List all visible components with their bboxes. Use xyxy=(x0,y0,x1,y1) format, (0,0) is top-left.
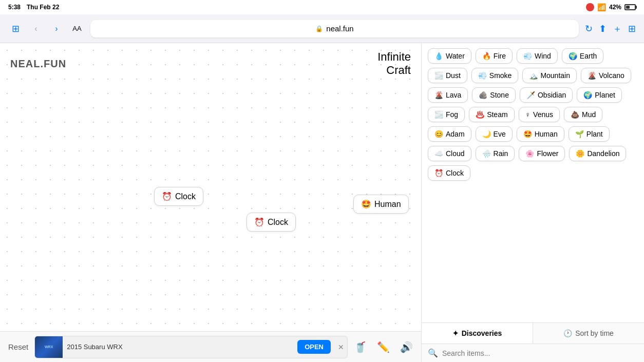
element-chip-cloud[interactable]: ☁️Cloud xyxy=(428,146,471,161)
element-emoji: 💨 xyxy=(478,71,487,80)
edit-icon[interactable]: ✏️ xyxy=(377,341,390,353)
element-emoji: ♀️ xyxy=(525,110,531,119)
element-chip-flower[interactable]: 🌸Flower xyxy=(519,146,565,161)
clock2-label: Clock xyxy=(268,218,288,227)
element-chip-obsidian[interactable]: 🗡️Obsidian xyxy=(520,87,573,103)
ad-banner: WRX 2015 Subaru WRX OPEN ✕ xyxy=(34,336,348,358)
tab-discoveries-label: Discoveries xyxy=(462,329,502,337)
element-chip-adam[interactable]: 😊Adam xyxy=(428,126,471,142)
search-bar: 🔍 xyxy=(422,344,644,362)
battery-icon xyxy=(624,4,636,10)
forward-button[interactable]: › xyxy=(49,22,64,36)
element-label: Human xyxy=(535,130,558,138)
element-chip-clock[interactable]: ⏰Clock xyxy=(428,165,470,181)
wifi-icon: 📶 xyxy=(597,3,606,11)
element-chip-wind[interactable]: 💨Wind xyxy=(517,48,558,64)
clock1-emoji: ⏰ xyxy=(162,192,172,201)
element-chip-steam[interactable]: ♨️Steam xyxy=(469,107,514,122)
tab-sort-label: Sort by time xyxy=(575,329,614,337)
element-chip-eve[interactable]: 🌙Eve xyxy=(476,126,513,142)
element-chip-stone[interactable]: 🪨Stone xyxy=(472,87,516,103)
element-emoji: ☁️ xyxy=(434,149,443,158)
craft-item-clock1[interactable]: ⏰ Clock xyxy=(154,187,203,206)
element-emoji: 🌧️ xyxy=(482,149,491,158)
tabs-button[interactable]: ⊞ xyxy=(628,23,636,34)
element-label: Lava xyxy=(446,91,461,99)
element-label: Mud xyxy=(582,110,596,119)
ad-image: WRX xyxy=(35,336,63,358)
element-chip-dandelion[interactable]: 🌼Dandelion xyxy=(569,146,626,161)
new-tab-button[interactable]: ＋ xyxy=(613,23,622,35)
record-icon xyxy=(586,3,594,11)
element-label: Earth xyxy=(580,52,597,60)
reset-button[interactable]: Reset xyxy=(8,342,28,351)
element-label: Adam xyxy=(446,130,465,138)
element-label: Mountain xyxy=(540,71,570,80)
element-chip-venus[interactable]: ♀️Venus xyxy=(519,107,560,122)
elements-grid: 💧Water🔥Fire💨Wind🌍Earth🌫️Dust💨Smoke🏔️Moun… xyxy=(422,43,644,322)
battery-label: 42% xyxy=(609,4,621,11)
ad-close-button[interactable]: ✕ xyxy=(335,343,347,351)
coffee-icon[interactable]: 🥤 xyxy=(354,341,367,353)
element-chip-lava[interactable]: 🌋Lava xyxy=(428,87,468,103)
address-bar[interactable]: 🔒 neal.fun xyxy=(90,20,579,37)
sidebar: 💧Water🔥Fire💨Wind🌍Earth🌫️Dust💨Smoke🏔️Moun… xyxy=(421,43,644,362)
element-label: Dust xyxy=(446,71,461,80)
element-label: Flower xyxy=(537,149,558,158)
craft-canvas xyxy=(0,43,421,331)
element-emoji: 💧 xyxy=(434,52,443,60)
status-date: Thu Feb 22 xyxy=(27,4,586,11)
sidebar-toggle-button[interactable]: ⊞ xyxy=(8,22,23,36)
ad-open-button[interactable]: OPEN xyxy=(297,340,331,354)
element-chip-fog[interactable]: 🌫️Fog xyxy=(428,107,465,122)
element-chip-volcano[interactable]: 🌋Volcano xyxy=(581,68,631,83)
craft-item-clock2[interactable]: ⏰ Clock xyxy=(247,213,296,232)
element-chip-water[interactable]: 💧Water xyxy=(428,48,471,64)
element-emoji: 🌍 xyxy=(583,91,592,99)
element-emoji: 🌙 xyxy=(482,130,491,138)
browser-actions: ↻ ⬆ ＋ ⊞ xyxy=(585,23,636,35)
element-chip-rain[interactable]: 🌧️Rain xyxy=(476,146,515,161)
aa-button[interactable]: AA xyxy=(70,22,84,36)
element-label: Dandelion xyxy=(587,149,619,158)
share-button[interactable]: ⬆ xyxy=(599,23,607,34)
element-chip-mountain[interactable]: 🏔️Mountain xyxy=(522,68,577,83)
human-label: Human xyxy=(374,200,401,209)
status-bar: 5:38 Thu Feb 22 📶 42% xyxy=(0,0,644,14)
clock1-label: Clock xyxy=(175,192,196,201)
element-chip-human[interactable]: 🤩Human xyxy=(517,126,564,142)
element-emoji: 🪨 xyxy=(479,91,487,99)
craft-item-human[interactable]: 🤩 Human xyxy=(353,195,409,214)
element-chip-mud[interactable]: 💩Mud xyxy=(564,107,602,122)
back-button[interactable]: ‹ xyxy=(29,22,43,36)
element-emoji: 🌋 xyxy=(588,71,596,80)
element-emoji: 🌫️ xyxy=(434,71,443,80)
element-chip-dust[interactable]: 🌫️Dust xyxy=(428,68,467,83)
search-input[interactable] xyxy=(442,349,638,357)
element-emoji: 🌸 xyxy=(525,149,534,158)
element-chip-smoke[interactable]: 💨Smoke xyxy=(471,68,519,83)
reload-button[interactable]: ↻ xyxy=(585,23,593,34)
bottom-icons: 🥤 ✏️ 🔊 xyxy=(354,341,413,353)
element-label: Eve xyxy=(494,130,506,138)
element-chip-plant[interactable]: 🌱Plant xyxy=(569,126,610,142)
browser-chrome: ⊞ ‹ › AA 🔒 neal.fun ↻ ⬆ ＋ ⊞ xyxy=(0,14,644,43)
element-emoji: 😊 xyxy=(434,130,443,138)
element-emoji: 🌍 xyxy=(569,52,577,60)
element-chip-planet[interactable]: 🌍Planet xyxy=(577,87,622,103)
element-emoji: 🌫️ xyxy=(434,110,443,119)
element-chip-earth[interactable]: 🌍Earth xyxy=(562,48,603,64)
lock-icon: 🔒 xyxy=(315,25,323,32)
volume-icon[interactable]: 🔊 xyxy=(400,341,413,353)
element-label: Fog xyxy=(446,110,458,119)
element-label: Rain xyxy=(494,149,508,158)
tab-discoveries[interactable]: ✦ Discoveries xyxy=(422,323,533,344)
element-chip-fire[interactable]: 🔥Fire xyxy=(476,48,513,64)
element-emoji: 🌱 xyxy=(575,130,584,138)
element-label: Smoke xyxy=(489,71,512,80)
element-label: Wind xyxy=(535,52,551,60)
tab-sort-by-time[interactable]: 🕐 Sort by time xyxy=(533,323,644,344)
url-text: neal.fun xyxy=(326,24,353,33)
element-label: Clock xyxy=(446,169,464,177)
element-label: Plant xyxy=(586,130,603,138)
